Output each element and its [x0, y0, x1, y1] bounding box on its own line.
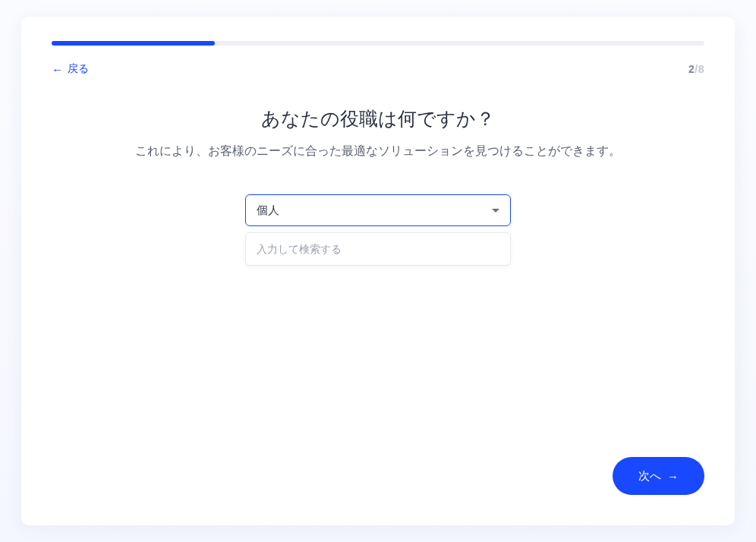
topbar: ← 戻る 2/8	[52, 62, 704, 76]
next-label: 次へ	[638, 469, 661, 484]
caret-down-icon	[492, 209, 499, 213]
role-search-input[interactable]	[257, 243, 499, 255]
role-selector: 個人	[52, 194, 704, 266]
back-button[interactable]: ← 戻る	[52, 62, 89, 76]
step-counter: 2/8	[688, 63, 704, 75]
role-search-box[interactable]	[245, 232, 511, 266]
back-label: 戻る	[68, 62, 89, 76]
progress-bar	[52, 41, 704, 46]
page-title: あなたの役職は何ですか？	[52, 106, 704, 131]
role-dropdown[interactable]: 個人	[245, 194, 511, 226]
dropdown-selected: 個人	[257, 203, 279, 218]
next-button[interactable]: 次へ →	[613, 457, 704, 495]
progress-fill	[52, 41, 215, 46]
arrow-left-icon: ←	[52, 64, 63, 75]
step-total: 8	[698, 63, 704, 75]
arrow-right-icon: →	[667, 470, 679, 483]
onboarding-card: ← 戻る 2/8 あなたの役職は何ですか？ これにより、お客様のニーズに合った最…	[21, 17, 735, 525]
page-subtitle: これにより、お客様のニーズに合った最適なソリューションを見つけることができます。	[52, 143, 704, 159]
